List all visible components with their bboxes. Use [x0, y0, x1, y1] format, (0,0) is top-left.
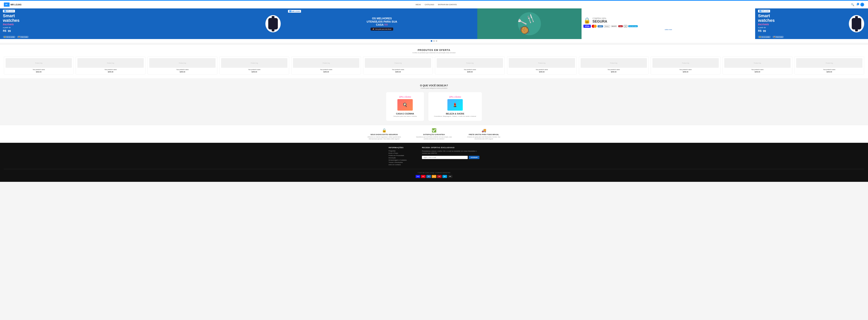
dot-3[interactable]	[436, 40, 437, 42]
nav-home[interactable]: INÍCIO	[415, 4, 421, 5]
product-img: Product img	[221, 58, 287, 68]
banner5-content: MR MR LOJAS Smart watches Incríveis a pa…	[758, 9, 784, 38]
product-card[interactable]: Product img Your product's name $250.00	[651, 57, 720, 74]
footer-link[interactable]: Política de Privacidade	[389, 155, 407, 156]
mc-orange-circle	[594, 25, 597, 28]
category-card[interactable]: 10% o Ácimo 💄 BELEZA & SAÚDE Cosméticos,…	[428, 92, 482, 121]
payment-icon: ELO	[432, 175, 436, 178]
header-nav: INÍCIO CATÁLOGO ENTRAR EM CONTATO	[415, 4, 457, 5]
banner5-price-val: 99	[763, 30, 766, 33]
product-card[interactable]: Product img Your product's name $250.00	[148, 57, 217, 74]
banner1-badges: 💳 12x no cartão 📦 Frete Grátis	[3, 36, 29, 38]
svg-text:MR: MR	[4, 11, 5, 12]
product-img: Product img	[796, 58, 863, 68]
product-card[interactable]: Product img Your product's name $250.00	[579, 57, 649, 74]
banner1-content: MR MR LOJAS Smart watches Incríveis a pa…	[3, 9, 29, 38]
elo-logo: elo	[624, 25, 627, 27]
banner1-a-partir: a partir de	[3, 27, 29, 29]
compra-label: COMPRA 100%	[592, 17, 607, 20]
payment-icons: VISA AMEX Diners BOLETO Hiper elo mercad…	[584, 25, 753, 28]
product-name: Your product's name	[437, 69, 503, 70]
saiba-mais-link[interactable]: saiba mais	[584, 29, 753, 30]
footer-informacoes-title: INFORMAÇÕES	[389, 147, 407, 148]
utensils-icon: 🥄🍴🥘	[518, 12, 541, 35]
newsletter-form: ASSINAR	[422, 156, 479, 159]
payment-icon: PIX	[448, 175, 453, 178]
product-price: $250.00	[652, 71, 719, 73]
banner-smartwatch-2: MR MR LOJAS Smart watches Incríveis a pa…	[755, 8, 868, 39]
footer-link[interactable]: Armazenagem e Cuidados	[389, 159, 407, 161]
payment-icon: MC	[421, 175, 426, 178]
banner1-text: Smart watches Incríveis a partir de R$ 9…	[3, 13, 29, 38]
footer-link[interactable]: Envio e Prazo	[389, 152, 407, 154]
product-price: $250.00	[78, 71, 144, 73]
badge5-installment: 💳 12x no cartão	[758, 36, 771, 38]
watch-shape	[268, 18, 278, 30]
banner5-logo-text: MR LOJAS	[762, 10, 769, 12]
payment-icon: AE	[426, 175, 431, 178]
nav-catalog[interactable]: CATÁLOGO	[425, 4, 434, 5]
svg-text:MR: MR	[760, 11, 761, 12]
user-avatar[interactable]: 👤	[860, 3, 864, 6]
product-card[interactable]: Product img Your product's name $250.00	[363, 57, 433, 74]
banner1-subtitle: Incríveis	[3, 23, 29, 26]
product-price: $250.00	[221, 71, 287, 73]
product-img: Product img	[365, 58, 431, 68]
search-icon[interactable]: 🔍	[851, 3, 854, 6]
feature-icon: 🔒	[365, 128, 403, 133]
product-card[interactable]: Product img Your product's name $250.00	[435, 57, 505, 74]
cart-icon[interactable]: 🛒 1	[856, 4, 859, 6]
product-img: Product img	[5, 58, 72, 68]
product-card[interactable]: Product img Your product's name $250.00	[722, 57, 792, 74]
category-label: 10% o Ácimo	[434, 96, 476, 98]
dot-2[interactable]	[433, 40, 435, 42]
mastercard-logo	[592, 25, 597, 28]
header-actions: 🔍 🛒 1 👤	[851, 3, 864, 6]
newsletter-button[interactable]: ASSINAR	[469, 156, 479, 159]
visa-logo: VISA	[584, 25, 591, 28]
category-card[interactable]: 10% o Ácimo 🍳 CASA E COZINHA Soluções pa…	[386, 92, 424, 121]
feature-desc: Garantimos que você ficara contente com …	[415, 136, 453, 140]
product-card[interactable]: Product img Your product's name $250.00	[219, 57, 289, 74]
product-card[interactable]: Product img Your product's name $250.00	[795, 57, 864, 74]
product-price: $262.00	[5, 71, 72, 73]
footer-link[interactable]: Perguntas	[389, 150, 407, 152]
nav-contact[interactable]: ENTRAR EM CONTATO	[438, 4, 457, 5]
category-desc: Cosméticos, Maquiagens, Cabelo, e muito …	[434, 115, 476, 117]
product-card[interactable]: Product img Your product's name $250.00	[291, 57, 361, 74]
products-grid: Product img Your product's name $262.00 …	[4, 57, 864, 74]
product-card[interactable]: Product img Your product's name $250.00	[507, 57, 577, 74]
categories-grid: 10% o Ácimo 🍳 CASA E COZINHA Soluções pa…	[4, 92, 864, 121]
footer-link[interactable]: Trocas e Devoluções	[389, 162, 407, 163]
watch-shape-2	[852, 18, 861, 30]
badge-installment: 💳 12x no cartão	[3, 36, 16, 38]
frete-gratis-box: 🚚 frete grátis para todo Brasil	[371, 28, 393, 31]
banner2-logo: MR MR LOJAS	[288, 10, 301, 13]
product-card[interactable]: Product img Your product's name $262.00	[4, 57, 73, 74]
segura-content: 🔒 COMPRA 100% SEGURA VISA AMEX Diners BO…	[584, 17, 753, 30]
diners-logo: Diners	[604, 25, 610, 28]
header-logo[interactable]: MR MR LOJAS	[4, 2, 22, 7]
feature-title: SATISFAÇÃO GARANTIDA	[415, 134, 453, 136]
footer-payment-methods: VISAMCAEELOHPMPPIX	[415, 175, 453, 178]
product-img: Product img	[149, 58, 216, 68]
feature-title: FRETE GRÁTIS PARA TODO BRASIL	[465, 134, 503, 136]
mercadopago-logo: mercado pago	[628, 25, 638, 27]
banner1-logo-text: MR LOJAS	[7, 10, 14, 12]
product-img: Product img	[293, 58, 359, 68]
banner1-currency: R$	[3, 29, 6, 32]
produtos-subtitle: Confira os produtos que estiveram em pro…	[4, 52, 864, 54]
feature-item: 🔒 SEUS DADOS ESTÃO SEGUROS! Utilizamos o…	[365, 128, 403, 140]
produtos-section: PRODUTOS EM OFERTA Confira os produtos q…	[0, 45, 868, 78]
footer-link[interactable]: entre em contatos	[389, 164, 407, 166]
footer-informacoes: INFORMAÇÕES PerguntasEnvio e PrazoPolíti…	[389, 147, 407, 166]
product-card[interactable]: Product img Your product's name $250.00	[76, 57, 146, 74]
payment-icon: MP	[442, 175, 447, 178]
banner5-price: R$ 99	[758, 29, 784, 35]
newsletter-input[interactable]	[422, 156, 468, 159]
footer-link[interactable]: Devolução	[389, 157, 407, 159]
amex-logo: AMEX	[598, 25, 603, 27]
boleto-logo: BOLETO	[611, 25, 617, 27]
dot-1[interactable]	[431, 40, 432, 42]
banner5-badges: 💳 12x no cartão 📦 Frete Grátis	[758, 36, 784, 38]
